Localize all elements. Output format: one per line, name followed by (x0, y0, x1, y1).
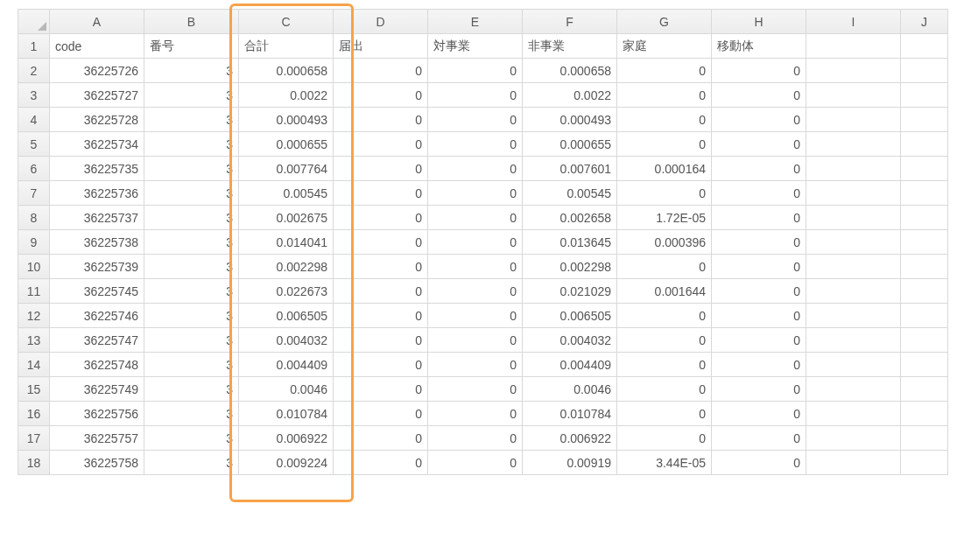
cell[interactable]: 0.000493 (523, 108, 617, 132)
col-header-H[interactable]: H (712, 10, 806, 34)
cell[interactable] (806, 230, 901, 255)
cell[interactable]: 0 (617, 108, 712, 132)
cell[interactable]: 3 (144, 206, 239, 230)
cell[interactable]: 3 (144, 59, 239, 83)
cell[interactable] (901, 132, 948, 157)
cell[interactable]: 合計 (239, 34, 334, 59)
cell[interactable] (901, 451, 948, 475)
cell[interactable]: 対事業 (428, 34, 523, 59)
cell[interactable]: 3 (144, 328, 239, 353)
col-header-J[interactable]: J (901, 10, 948, 34)
cell[interactable]: 0 (617, 328, 712, 353)
cell[interactable]: 0 (712, 181, 806, 206)
cell[interactable]: 0 (712, 255, 806, 279)
cell[interactable]: 3 (144, 132, 239, 157)
col-header-F[interactable]: F (523, 10, 617, 34)
cell[interactable]: 0 (334, 353, 428, 377)
cell[interactable]: 0 (712, 83, 806, 108)
cell[interactable]: code (50, 34, 144, 59)
cell[interactable]: 0.00545 (523, 181, 617, 206)
cell[interactable]: 0 (428, 206, 523, 230)
cell[interactable]: 3 (144, 279, 239, 304)
cell[interactable]: 0 (428, 108, 523, 132)
col-header-I[interactable]: I (806, 10, 901, 34)
row-header-2[interactable]: 2 (18, 59, 50, 83)
cell[interactable]: 0.010784 (523, 402, 617, 426)
cell[interactable] (901, 230, 948, 255)
cell[interactable]: 0.000396 (617, 230, 712, 255)
cell[interactable] (806, 34, 901, 59)
cell[interactable]: 3 (144, 304, 239, 328)
cell[interactable]: 0.007764 (239, 157, 334, 181)
cell[interactable]: 36225745 (50, 279, 144, 304)
cell[interactable] (806, 157, 901, 181)
cell[interactable]: 届出 (334, 34, 428, 59)
cell[interactable] (806, 402, 901, 426)
col-header-D[interactable]: D (334, 10, 428, 34)
cell[interactable] (901, 304, 948, 328)
cell[interactable]: 0 (712, 304, 806, 328)
cell[interactable]: 36225726 (50, 59, 144, 83)
cell[interactable]: 0.010784 (239, 402, 334, 426)
cell[interactable]: 0.002658 (523, 206, 617, 230)
cell[interactable] (806, 206, 901, 230)
row-header-7[interactable]: 7 (18, 181, 50, 206)
cell[interactable]: 3 (144, 255, 239, 279)
cell[interactable]: 3 (144, 377, 239, 402)
cell[interactable] (806, 181, 901, 206)
col-header-A[interactable]: A (50, 10, 144, 34)
cell[interactable]: 番号 (144, 34, 239, 59)
cell[interactable]: 0 (617, 132, 712, 157)
cell[interactable]: 3 (144, 181, 239, 206)
cell[interactable]: 0 (428, 83, 523, 108)
cell[interactable] (901, 83, 948, 108)
cell[interactable]: 0 (334, 402, 428, 426)
cell[interactable] (901, 279, 948, 304)
cell[interactable]: 0 (712, 108, 806, 132)
col-header-B[interactable]: B (144, 10, 239, 34)
cell[interactable]: 家庭 (617, 34, 712, 59)
cell[interactable]: 36225748 (50, 353, 144, 377)
cell[interactable] (806, 108, 901, 132)
cell[interactable] (806, 279, 901, 304)
cell[interactable]: 36225747 (50, 328, 144, 353)
cell[interactable]: 0.0046 (523, 377, 617, 402)
col-header-C[interactable]: C (239, 10, 334, 34)
cell[interactable]: 0 (712, 328, 806, 353)
cell[interactable]: 0 (428, 426, 523, 451)
cell[interactable]: 0.0022 (523, 83, 617, 108)
cell[interactable]: 0.002298 (239, 255, 334, 279)
row-header-11[interactable]: 11 (18, 279, 50, 304)
cell[interactable]: 3 (144, 83, 239, 108)
cell[interactable]: 0.009224 (239, 451, 334, 475)
row-header-8[interactable]: 8 (18, 206, 50, 230)
cell[interactable] (901, 157, 948, 181)
cell[interactable]: 0 (428, 402, 523, 426)
cell[interactable]: 0 (334, 377, 428, 402)
cell[interactable]: 0 (428, 377, 523, 402)
row-header-5[interactable]: 5 (18, 132, 50, 157)
cell[interactable] (901, 108, 948, 132)
cell[interactable]: 0 (712, 402, 806, 426)
cell[interactable]: 0 (428, 304, 523, 328)
cell[interactable] (806, 353, 901, 377)
row-header-16[interactable]: 16 (18, 402, 50, 426)
row-header-4[interactable]: 4 (18, 108, 50, 132)
cell[interactable]: 0.000658 (523, 59, 617, 83)
cell[interactable]: 3 (144, 230, 239, 255)
cell[interactable]: 0.013645 (523, 230, 617, 255)
cell[interactable]: 0.004032 (239, 328, 334, 353)
col-header-G[interactable]: G (617, 10, 712, 34)
cell[interactable]: 0 (334, 328, 428, 353)
cell[interactable]: 0 (334, 206, 428, 230)
cell[interactable]: 3 (144, 451, 239, 475)
cell[interactable]: 0 (617, 304, 712, 328)
cell[interactable]: 3 (144, 157, 239, 181)
cell[interactable]: 0 (334, 279, 428, 304)
cell[interactable]: 0.014041 (239, 230, 334, 255)
cell[interactable]: 0.007601 (523, 157, 617, 181)
cell[interactable]: 0.004409 (523, 353, 617, 377)
cell[interactable]: 0 (428, 279, 523, 304)
row-header-1[interactable]: 1 (18, 34, 50, 59)
cell[interactable]: 0 (617, 181, 712, 206)
